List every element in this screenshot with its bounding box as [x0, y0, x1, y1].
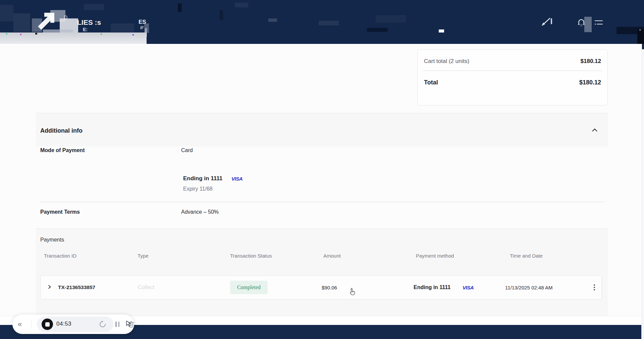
glitch-nav-text-2: iF — [140, 25, 144, 30]
glitch-block — [367, 28, 388, 32]
app-logo[interactable] — [36, 11, 80, 33]
cart-summary-card: Cart total (2 units) $180.12 Total $180.… — [417, 49, 608, 106]
amount-cell: $90.06 — [322, 285, 337, 290]
glitch-logo-text-d: D — [64, 15, 68, 21]
transaction-id-cell: TX-2136533857 — [58, 284, 95, 290]
glitch-block — [637, 29, 644, 44]
status-badge: Completed — [230, 281, 268, 294]
total-value: $180.12 — [579, 79, 601, 86]
order-details-content: Cart total (2 units) $180.12 Total $180.… — [0, 44, 644, 325]
top-navigation-bar: D LIES :s E: ES iF x — [0, 0, 644, 44]
column-header-payment-method: Payment method — [416, 253, 454, 259]
scrollbar-thumb[interactable] — [642, 44, 644, 49]
payment-table-row[interactable]: TX-2136533857 Collect Completed $90.06 E… — [40, 275, 602, 299]
card-ending-text: Ending in 1111 — [183, 175, 222, 182]
screen-recorder-toolbar: « 04:53 — [12, 315, 134, 334]
recording-timer: 04:53 — [56, 321, 71, 327]
stop-recording-button[interactable] — [42, 319, 53, 330]
payment-terms-label: Payment Terms — [40, 209, 80, 215]
order-details-page: D LIES :s E: ES iF x — [0, 0, 644, 339]
bell-icon[interactable] — [576, 17, 586, 28]
column-header-transaction-status: Transaction Status — [230, 253, 272, 259]
time-and-date-cell: 11/13/2025 02:48 AM — [505, 285, 553, 290]
cursor-tool-icon[interactable] — [124, 320, 132, 329]
glitch-block — [220, 10, 223, 20]
visa-logo: VISA — [231, 176, 243, 182]
mode-of-payment-value: Card — [181, 147, 193, 153]
glitch-block — [111, 23, 134, 32]
pause-recording-icon[interactable] — [115, 321, 120, 328]
visa-logo: VISA — [463, 285, 474, 290]
column-header-type: Type — [138, 253, 149, 259]
glitch-block — [268, 18, 277, 22]
payment-method-cell: Ending in 1111 — [414, 284, 450, 290]
toolbar-divider — [31, 320, 32, 329]
additional-info-title: Additional info — [40, 127, 83, 134]
chevron-up-icon — [592, 128, 598, 132]
edit-pencil-icon[interactable] — [541, 16, 554, 28]
glitch-nav-text: ES — [139, 19, 146, 25]
glitch-block — [84, 4, 104, 10]
glitch-block — [235, 3, 248, 7]
glitch-speck — [101, 33, 102, 35]
glitch-speck — [132, 34, 134, 36]
additional-info-header: Additional info — [36, 113, 608, 146]
total-label: Total — [424, 79, 438, 86]
payment-terms-value: Advance – 50% — [181, 209, 219, 215]
recording-controls-group: 04:53 — [37, 317, 113, 332]
glitch-block — [439, 29, 444, 32]
glitch-speck — [20, 34, 21, 35]
stop-square-icon — [45, 322, 50, 327]
glitch-block — [319, 21, 339, 25]
column-header-amount: Amount — [323, 253, 341, 259]
restart-recording-icon[interactable] — [99, 320, 107, 329]
collapse-toolbar-button[interactable]: « — [18, 321, 22, 328]
glitch-block — [376, 15, 406, 22]
payments-section — [36, 228, 608, 316]
type-cell: Collect — [138, 284, 154, 290]
cart-total-label: Cart total (2 units) — [424, 58, 469, 65]
mode-of-payment-label: Mode of Payment — [40, 147, 85, 153]
column-header-transaction-id: Transaction ID — [44, 253, 76, 259]
glitch-logo-text-2: E: — [83, 27, 88, 32]
dotted-divider — [40, 202, 604, 202]
payments-title: Payments — [40, 237, 64, 243]
toolbar-divider — [118, 320, 119, 329]
glitch-block — [0, 5, 13, 21]
menu-icon[interactable] — [593, 18, 604, 27]
column-header-time-and-date: Time and Date — [510, 253, 543, 259]
glitch-block — [13, 13, 30, 32]
chevron-right-icon — [47, 285, 52, 289]
glitch-band — [0, 32, 147, 44]
glitch-logo-text: LIES :s — [77, 18, 101, 26]
cart-total-value: $180.12 — [581, 58, 601, 65]
glitch-tiny-x: x — [639, 28, 641, 31]
glitch-speck — [35, 33, 37, 35]
card-expiry-text: Expiry 11/68 — [183, 186, 213, 192]
vertical-scrollbar[interactable] — [641, 44, 644, 339]
glitch-block — [178, 3, 182, 12]
row-actions-kebab-icon[interactable] — [592, 282, 596, 293]
collapse-section-button[interactable] — [591, 127, 598, 134]
glitch-speck — [6, 33, 7, 35]
expand-row-button[interactable] — [47, 284, 52, 291]
logo-arrow-icon — [36, 11, 60, 31]
